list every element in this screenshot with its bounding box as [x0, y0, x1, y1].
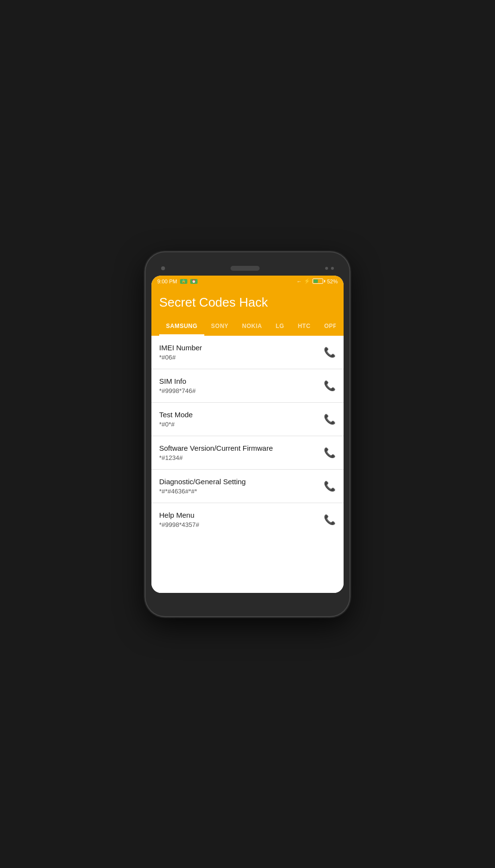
battery-icon [313, 278, 325, 284]
app-title: Secret Codes Hack [159, 295, 336, 310]
phone-call-icon-firmware[interactable]: 📞 [324, 447, 336, 459]
battery-percent: 52% [327, 278, 338, 284]
sensors [325, 267, 334, 270]
tab-lg[interactable]: LG [269, 318, 291, 336]
tab-nokia[interactable]: NOKIA [235, 318, 269, 336]
bolt-icon: ⚡ [304, 278, 311, 284]
battery-fill [314, 279, 318, 283]
phone-screen: 9:00 PM 🔒 ⏰ ← ⚡ 52% Secret Codes Hack [151, 276, 344, 593]
code-name-help: Help Menu [159, 511, 324, 519]
status-time: 9:00 PM [157, 278, 177, 284]
code-info-sim: SIM Info *#9998*746# [159, 377, 324, 394]
front-camera [161, 266, 165, 270]
code-value-firmware: *#1234# [159, 454, 324, 461]
code-item-imei[interactable]: IMEI Number *#06# 📞 [151, 336, 344, 369]
signal-arrow-icon: ← [297, 278, 302, 284]
code-name-diagnostic: Diagnostic/General Setting [159, 477, 324, 486]
speaker [231, 266, 260, 271]
sensor-2 [331, 267, 334, 270]
code-name-test: Test Mode [159, 410, 324, 419]
tab-samsung[interactable]: SAMSUNG [159, 318, 204, 336]
code-item-sim[interactable]: SIM Info *#9998*746# 📞 [151, 369, 344, 403]
code-item-help[interactable]: Help Menu *#9998*4357# 📞 [151, 503, 344, 536]
phone-call-icon-sim[interactable]: 📞 [324, 380, 336, 392]
tab-sony[interactable]: SONY [204, 318, 235, 336]
app-header: Secret Codes Hack SAMSUNG SONY NOKIA LG … [151, 287, 344, 336]
code-name-firmware: Software Version/Current Firmware [159, 444, 324, 452]
phone-top-bar [151, 261, 344, 276]
phone-call-icon-diagnostic[interactable]: 📞 [324, 480, 336, 492]
phone-call-icon-test[interactable]: 📞 [324, 413, 336, 425]
code-value-diagnostic: *#*#4636#*#* [159, 488, 324, 495]
phone-call-icon-imei[interactable]: 📞 [324, 346, 336, 358]
phone-frame: 9:00 PM 🔒 ⏰ ← ⚡ 52% Secret Codes Hack [146, 252, 349, 616]
status-bar: 9:00 PM 🔒 ⏰ ← ⚡ 52% [151, 276, 344, 287]
status-left: 9:00 PM 🔒 ⏰ [157, 278, 198, 284]
tabs-bar: SAMSUNG SONY NOKIA LG HTC OPPO M [159, 318, 336, 336]
code-value-help: *#9998*4357# [159, 521, 324, 528]
code-info-help: Help Menu *#9998*4357# [159, 511, 324, 528]
code-info-diagnostic: Diagnostic/General Setting *#*#4636#*#* [159, 477, 324, 495]
battery-tip [324, 280, 325, 282]
phone-call-icon-help[interactable]: 📞 [324, 514, 336, 525]
lock-icon: 🔒 [180, 279, 187, 284]
code-value-test: *#0*# [159, 421, 324, 428]
code-item-diagnostic[interactable]: Diagnostic/General Setting *#*#4636#*#* … [151, 470, 344, 503]
code-info-test: Test Mode *#0*# [159, 410, 324, 428]
battery-body [313, 278, 323, 284]
tab-oppo[interactable]: OPPO [317, 318, 336, 336]
tab-htc[interactable]: HTC [291, 318, 317, 336]
sensor-1 [325, 267, 328, 270]
code-name-imei: IMEI Number [159, 344, 324, 352]
code-info-firmware: Software Version/Current Firmware *#1234… [159, 444, 324, 461]
code-value-sim: *#9998*746# [159, 387, 324, 394]
code-info-imei: IMEI Number *#06# [159, 344, 324, 361]
code-item-test[interactable]: Test Mode *#0*# 📞 [151, 403, 344, 436]
status-right: ← ⚡ 52% [297, 278, 338, 284]
code-value-imei: *#06# [159, 354, 324, 361]
code-list: IMEI Number *#06# 📞 SIM Info *#9998*746#… [151, 336, 344, 593]
code-item-firmware[interactable]: Software Version/Current Firmware *#1234… [151, 436, 344, 470]
clock-icon: ⏰ [190, 279, 198, 284]
code-name-sim: SIM Info [159, 377, 324, 385]
